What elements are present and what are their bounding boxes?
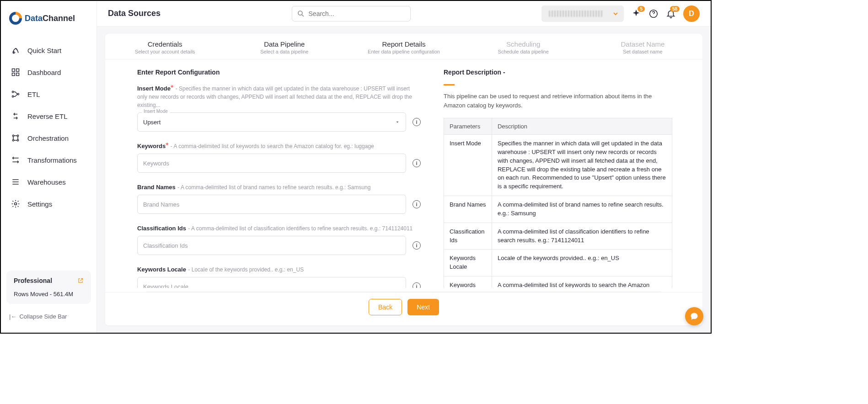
help-icon xyxy=(648,9,659,19)
svg-point-9 xyxy=(12,139,14,141)
collapse-sidebar[interactable]: |← Collapse Side Bar xyxy=(1,308,96,325)
plan-card: Professional Rows Moved - 561.4M xyxy=(6,271,91,304)
underline xyxy=(444,84,455,85)
nav-label: Reverse ETL xyxy=(27,112,68,120)
params-table: Parameters Description Insert ModeSpecif… xyxy=(444,118,672,288)
step-scheduling[interactable]: Scheduling Schedule data pipeline xyxy=(464,40,583,54)
table-row: Keywords LocaleLocale of the keywords pr… xyxy=(444,250,672,276)
chevron-down-icon xyxy=(395,119,400,125)
sidebar: DataChannel Quick Start Dashboard ETL Re… xyxy=(1,1,97,333)
nav-label: Warehouses xyxy=(27,178,66,186)
help-button[interactable] xyxy=(648,9,659,19)
step-report-details[interactable]: Report Details Enter data pipeline confi… xyxy=(344,40,463,54)
desc-title: Report Description - xyxy=(444,69,672,76)
back-button[interactable]: Back xyxy=(369,299,402,315)
nav-warehouses[interactable]: Warehouses xyxy=(1,171,96,193)
sparkle-badge: 5 xyxy=(638,6,645,12)
page-title: Data Sources xyxy=(108,9,161,18)
nav-settings[interactable]: Settings xyxy=(1,193,96,215)
account-name-blurred xyxy=(549,11,604,17)
gear-icon xyxy=(11,199,20,208)
logo[interactable]: DataChannel xyxy=(1,8,96,36)
svg-rect-2 xyxy=(12,73,15,76)
next-button[interactable]: Next xyxy=(407,299,439,315)
etl-icon xyxy=(11,90,20,99)
info-icon[interactable]: i xyxy=(413,118,421,126)
nav-label: Orchestration xyxy=(27,134,69,142)
svg-point-4 xyxy=(12,91,14,92)
nav-label: Settings xyxy=(27,200,52,208)
table-row: Brand NamesA comma-delimited list of bra… xyxy=(444,196,672,223)
stepper: Credentials Select your account details … xyxy=(105,34,702,59)
table-row: Insert ModeSpecifies the manner in which… xyxy=(444,135,672,196)
dashboard-icon xyxy=(11,68,20,77)
field-keywords-locale: Keywords Locale - Locale of the keywords… xyxy=(137,265,421,288)
chevron-down-icon xyxy=(612,10,619,17)
sparkle-button[interactable]: 5 xyxy=(631,9,641,19)
chat-icon xyxy=(690,312,699,321)
svg-point-5 xyxy=(12,96,14,97)
th-desc: Description xyxy=(492,118,672,135)
info-icon[interactable]: i xyxy=(413,159,421,167)
svg-point-11 xyxy=(15,203,17,205)
form-column: Enter Report Configuration Insert Mode* … xyxy=(105,69,444,288)
nav-label: ETL xyxy=(27,90,40,98)
notifications-button[interactable]: 58 xyxy=(666,9,676,19)
table-row: Classification IdsA comma-delimited list… xyxy=(444,223,672,250)
classification-ids-input[interactable] xyxy=(137,236,406,255)
bell-badge: 58 xyxy=(670,6,680,12)
nav-transformations[interactable]: Transformations xyxy=(1,149,96,171)
avatar[interactable]: D xyxy=(683,5,700,22)
table-row: KeywordsA comma-delimited list of keywor… xyxy=(444,276,672,288)
th-param: Parameters xyxy=(444,118,492,135)
description-column: Report Description - This pipeline can b… xyxy=(444,69,691,288)
footer: Back Next xyxy=(105,292,702,325)
svg-rect-3 xyxy=(16,73,19,76)
form-section-title: Enter Report Configuration xyxy=(137,69,421,76)
logo-text: DataChannel xyxy=(25,14,75,23)
nav-etl[interactable]: ETL xyxy=(1,83,96,105)
svg-rect-0 xyxy=(12,69,15,72)
account-selector[interactable] xyxy=(541,5,624,22)
nav-orchestration[interactable]: Orchestration xyxy=(1,127,96,149)
step-credentials[interactable]: Credentials Select your account details xyxy=(105,40,225,54)
search-box[interactable] xyxy=(292,6,411,21)
keywords-locale-input[interactable] xyxy=(137,277,406,288)
chat-button[interactable] xyxy=(685,307,703,325)
nav-quick-start[interactable]: Quick Start xyxy=(1,39,96,61)
main: Data Sources 5 xyxy=(97,1,711,333)
rocket-icon xyxy=(11,46,20,55)
plan-sub: Rows Moved - 561.4M xyxy=(14,291,84,298)
field-classification-ids: Classification Ids - A comma-delimited l… xyxy=(137,224,421,255)
collapse-icon: |← xyxy=(9,313,16,320)
field-brand-names: Brand Names - A comma-delimited list of … xyxy=(137,183,421,214)
nav-label: Quick Start xyxy=(27,47,61,54)
step-data-pipeline[interactable]: Data Pipeline Select a data pipeline xyxy=(225,40,344,54)
svg-point-6 xyxy=(17,93,19,95)
nav-dashboard[interactable]: Dashboard xyxy=(1,61,96,83)
svg-point-8 xyxy=(17,135,18,136)
field-insert-mode: Insert Mode* - Specifies the manner in w… xyxy=(137,84,421,132)
reverse-etl-icon xyxy=(11,112,20,121)
step-dataset-name[interactable]: Dataset Name Set dataset name xyxy=(583,40,702,54)
brand-names-input[interactable] xyxy=(137,195,406,214)
nav-reverse-etl[interactable]: Reverse ETL xyxy=(1,105,96,127)
svg-point-10 xyxy=(17,139,18,141)
keywords-input[interactable] xyxy=(137,154,406,173)
info-icon[interactable]: i xyxy=(413,282,421,288)
search-input[interactable] xyxy=(309,10,406,17)
svg-rect-1 xyxy=(16,69,19,72)
topbar: Data Sources 5 xyxy=(97,1,711,27)
insert-mode-select[interactable]: Upsert xyxy=(137,112,406,132)
external-link-icon[interactable] xyxy=(77,277,84,284)
nav-label: Dashboard xyxy=(27,69,61,76)
search-icon xyxy=(297,10,305,18)
info-icon[interactable]: i xyxy=(413,200,421,208)
transformations-icon xyxy=(11,155,20,165)
content-card: Credentials Select your account details … xyxy=(105,34,702,325)
plan-title: Professional xyxy=(14,277,52,284)
desc-text: This pipeline can be used to request and… xyxy=(444,92,672,110)
info-icon[interactable]: i xyxy=(413,241,421,250)
orchestration-icon xyxy=(11,133,20,143)
field-keywords: Keywords* - A comma-delimited list of ke… xyxy=(137,142,421,173)
